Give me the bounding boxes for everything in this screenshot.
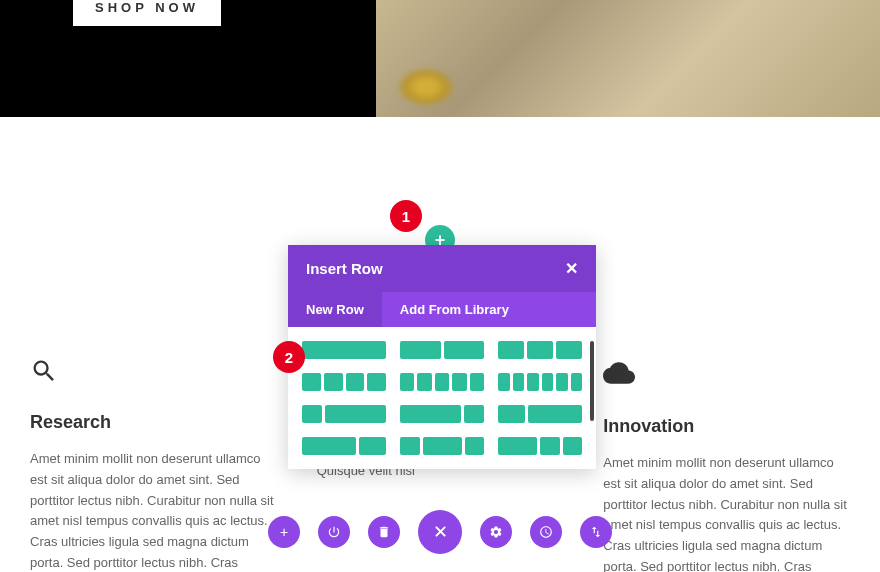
hero-section: SHOP NOW bbox=[0, 0, 880, 117]
layout-4col[interactable] bbox=[302, 373, 386, 391]
builder-toolbar: + ✕ bbox=[268, 510, 612, 554]
shop-now-button[interactable]: SHOP NOW bbox=[73, 0, 221, 26]
row-layouts-grid bbox=[288, 327, 596, 469]
layout-75-25[interactable] bbox=[400, 405, 484, 423]
trash-icon[interactable] bbox=[368, 516, 400, 548]
clock-icon[interactable] bbox=[530, 516, 562, 548]
annotation-marker-2: 2 bbox=[273, 341, 305, 373]
column-innovation: Innovation Amet minim mollit non deserun… bbox=[603, 357, 850, 572]
annotation-marker-1: 1 bbox=[390, 200, 422, 232]
tab-new-row[interactable]: New Row bbox=[288, 292, 382, 327]
layout-33-66[interactable] bbox=[498, 405, 582, 423]
column-body: Amet minim mollit non deserunt ullamco e… bbox=[603, 453, 850, 572]
layout-50-25-25[interactable] bbox=[498, 437, 582, 455]
insert-row-panel: Insert Row ✕ New Row Add From Library bbox=[288, 245, 596, 469]
layout-1col[interactable] bbox=[302, 341, 386, 359]
sort-icon[interactable] bbox=[580, 516, 612, 548]
panel-header: Insert Row ✕ bbox=[288, 245, 596, 292]
layout-25-75[interactable] bbox=[302, 405, 386, 423]
close-icon[interactable]: ✕ bbox=[565, 259, 578, 278]
column-body: Amet minim mollit non deserunt ullamco e… bbox=[30, 449, 277, 572]
add-button[interactable]: + bbox=[268, 516, 300, 548]
layout-25-50-25[interactable] bbox=[400, 437, 484, 455]
layout-3col[interactable] bbox=[498, 341, 582, 359]
layout-2col[interactable] bbox=[400, 341, 484, 359]
gear-icon[interactable] bbox=[480, 516, 512, 548]
panel-tabs: New Row Add From Library bbox=[288, 292, 596, 327]
column-title: Innovation bbox=[603, 416, 850, 437]
layout-5col[interactable] bbox=[400, 373, 484, 391]
cloud-icon bbox=[603, 357, 850, 396]
column-research: Research Amet minim mollit non deserunt … bbox=[30, 357, 277, 572]
panel-title: Insert Row bbox=[306, 260, 383, 277]
hero-image bbox=[376, 0, 880, 117]
layout-66-33[interactable] bbox=[302, 437, 386, 455]
column-title: Research bbox=[30, 412, 277, 433]
close-button[interactable]: ✕ bbox=[418, 510, 462, 554]
tab-add-from-library[interactable]: Add From Library bbox=[382, 292, 527, 327]
power-icon[interactable] bbox=[318, 516, 350, 548]
search-icon bbox=[30, 357, 277, 392]
hero-left: SHOP NOW bbox=[0, 0, 376, 117]
layout-6col[interactable] bbox=[498, 373, 582, 391]
